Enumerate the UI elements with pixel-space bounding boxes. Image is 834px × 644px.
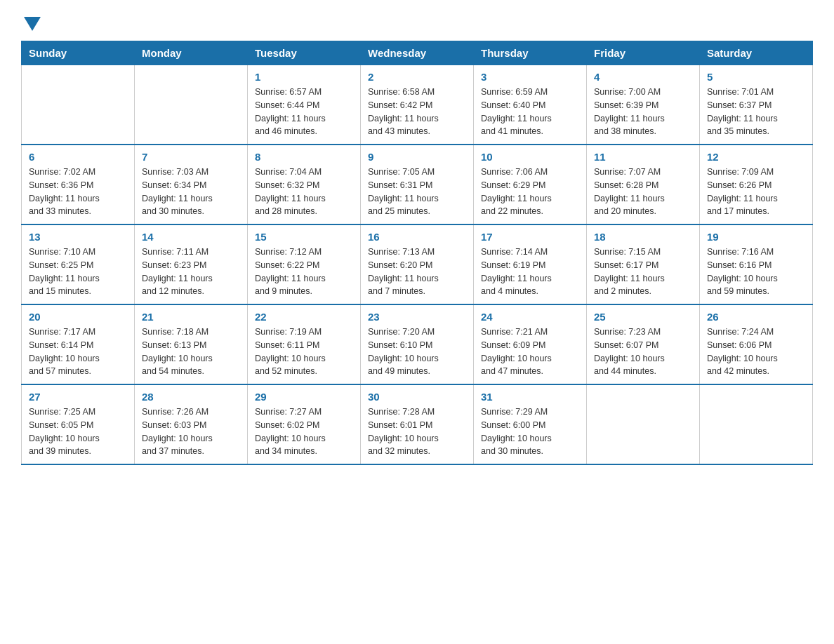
calendar-cell: 24Sunrise: 7:21 AMSunset: 6:09 PMDayligh… <box>474 304 587 384</box>
day-number: 22 <box>255 311 353 323</box>
day-number: 12 <box>707 151 805 163</box>
day-number: 6 <box>29 151 127 163</box>
day-info: Sunrise: 7:24 AMSunset: 6:06 PMDaylight:… <box>707 326 805 378</box>
calendar-cell: 8Sunrise: 7:04 AMSunset: 6:32 PMDaylight… <box>248 145 361 224</box>
day-number: 29 <box>255 391 353 403</box>
day-info: Sunrise: 7:15 AMSunset: 6:17 PMDaylight:… <box>594 246 692 298</box>
day-info: Sunrise: 7:27 AMSunset: 6:02 PMDaylight:… <box>255 405 353 458</box>
day-info: Sunrise: 7:13 AMSunset: 6:20 PMDaylight:… <box>368 246 466 298</box>
calendar-week-row: 20Sunrise: 7:17 AMSunset: 6:14 PMDayligh… <box>22 304 813 384</box>
calendar-week-row: 27Sunrise: 7:25 AMSunset: 6:05 PMDayligh… <box>22 384 813 464</box>
day-number: 16 <box>368 231 466 243</box>
day-info: Sunrise: 7:25 AMSunset: 6:05 PMDaylight:… <box>29 405 127 458</box>
calendar-cell: 9Sunrise: 7:05 AMSunset: 6:31 PMDaylight… <box>361 145 474 224</box>
day-number: 9 <box>368 151 466 163</box>
day-number: 31 <box>481 391 579 403</box>
day-info: Sunrise: 7:28 AMSunset: 6:01 PMDaylight:… <box>368 405 466 458</box>
day-info: Sunrise: 6:59 AMSunset: 6:40 PMDaylight:… <box>481 86 579 138</box>
day-info: Sunrise: 7:07 AMSunset: 6:28 PMDaylight:… <box>594 166 692 218</box>
calendar-cell: 1Sunrise: 6:57 AMSunset: 6:44 PMDaylight… <box>248 65 361 145</box>
day-info: Sunrise: 7:23 AMSunset: 6:07 PMDaylight:… <box>594 326 692 378</box>
day-number: 7 <box>142 151 240 163</box>
day-info: Sunrise: 7:21 AMSunset: 6:09 PMDaylight:… <box>481 326 579 378</box>
day-number: 1 <box>255 71 353 83</box>
calendar-cell: 27Sunrise: 7:25 AMSunset: 6:05 PMDayligh… <box>22 384 135 464</box>
logo-triangle-icon <box>24 17 41 31</box>
column-header-saturday: Saturday <box>700 41 813 65</box>
day-info: Sunrise: 7:05 AMSunset: 6:31 PMDaylight:… <box>368 166 466 218</box>
day-number: 26 <box>707 311 805 323</box>
day-number: 18 <box>594 231 692 243</box>
calendar-cell: 2Sunrise: 6:58 AMSunset: 6:42 PMDaylight… <box>361 65 474 145</box>
calendar-cell: 23Sunrise: 7:20 AMSunset: 6:10 PMDayligh… <box>361 304 474 384</box>
calendar-cell: 11Sunrise: 7:07 AMSunset: 6:28 PMDayligh… <box>587 145 700 224</box>
calendar-cell: 6Sunrise: 7:02 AMSunset: 6:36 PMDaylight… <box>22 145 135 224</box>
day-info: Sunrise: 7:20 AMSunset: 6:10 PMDaylight:… <box>368 326 466 378</box>
calendar-cell: 30Sunrise: 7:28 AMSunset: 6:01 PMDayligh… <box>361 384 474 464</box>
column-header-tuesday: Tuesday <box>248 41 361 65</box>
calendar-week-row: 6Sunrise: 7:02 AMSunset: 6:36 PMDaylight… <box>22 145 813 224</box>
calendar-cell: 22Sunrise: 7:19 AMSunset: 6:11 PMDayligh… <box>248 304 361 384</box>
day-info: Sunrise: 7:26 AMSunset: 6:03 PMDaylight:… <box>142 405 240 458</box>
calendar-cell: 20Sunrise: 7:17 AMSunset: 6:14 PMDayligh… <box>22 304 135 384</box>
day-number: 15 <box>255 231 353 243</box>
page-header <box>21 14 813 28</box>
day-number: 27 <box>29 391 127 403</box>
column-header-friday: Friday <box>587 41 700 65</box>
calendar-cell: 18Sunrise: 7:15 AMSunset: 6:17 PMDayligh… <box>587 224 700 304</box>
day-info: Sunrise: 7:12 AMSunset: 6:22 PMDaylight:… <box>255 246 353 298</box>
day-number: 4 <box>594 71 692 83</box>
day-info: Sunrise: 7:01 AMSunset: 6:37 PMDaylight:… <box>707 86 805 138</box>
calendar-header-row: SundayMondayTuesdayWednesdayThursdayFrid… <box>22 41 813 65</box>
calendar-cell: 12Sunrise: 7:09 AMSunset: 6:26 PMDayligh… <box>700 145 813 224</box>
calendar-table: SundayMondayTuesdayWednesdayThursdayFrid… <box>21 41 813 465</box>
calendar-cell: 19Sunrise: 7:16 AMSunset: 6:16 PMDayligh… <box>700 224 813 304</box>
day-number: 13 <box>29 231 127 243</box>
calendar-cell: 25Sunrise: 7:23 AMSunset: 6:07 PMDayligh… <box>587 304 700 384</box>
calendar-cell: 28Sunrise: 7:26 AMSunset: 6:03 PMDayligh… <box>135 384 248 464</box>
calendar-cell: 10Sunrise: 7:06 AMSunset: 6:29 PMDayligh… <box>474 145 587 224</box>
calendar-cell: 3Sunrise: 6:59 AMSunset: 6:40 PMDaylight… <box>474 65 587 145</box>
day-number: 3 <box>481 71 579 83</box>
day-info: Sunrise: 7:09 AMSunset: 6:26 PMDaylight:… <box>707 166 805 218</box>
day-info: Sunrise: 7:10 AMSunset: 6:25 PMDaylight:… <box>29 246 127 298</box>
day-number: 24 <box>481 311 579 323</box>
calendar-cell: 5Sunrise: 7:01 AMSunset: 6:37 PMDaylight… <box>700 65 813 145</box>
calendar-cell <box>700 384 813 464</box>
day-info: Sunrise: 7:14 AMSunset: 6:19 PMDaylight:… <box>481 246 579 298</box>
calendar-cell <box>135 65 248 145</box>
day-number: 14 <box>142 231 240 243</box>
day-number: 25 <box>594 311 692 323</box>
day-number: 2 <box>368 71 466 83</box>
day-info: Sunrise: 6:57 AMSunset: 6:44 PMDaylight:… <box>255 86 353 138</box>
day-number: 5 <box>707 71 805 83</box>
day-info: Sunrise: 7:03 AMSunset: 6:34 PMDaylight:… <box>142 166 240 218</box>
day-number: 23 <box>368 311 466 323</box>
day-number: 19 <box>707 231 805 243</box>
day-info: Sunrise: 6:58 AMSunset: 6:42 PMDaylight:… <box>368 86 466 138</box>
day-info: Sunrise: 7:18 AMSunset: 6:13 PMDaylight:… <box>142 326 240 378</box>
day-number: 20 <box>29 311 127 323</box>
calendar-cell: 4Sunrise: 7:00 AMSunset: 6:39 PMDaylight… <box>587 65 700 145</box>
column-header-monday: Monday <box>135 41 248 65</box>
calendar-cell: 7Sunrise: 7:03 AMSunset: 6:34 PMDaylight… <box>135 145 248 224</box>
day-info: Sunrise: 7:11 AMSunset: 6:23 PMDaylight:… <box>142 246 240 298</box>
day-info: Sunrise: 7:19 AMSunset: 6:11 PMDaylight:… <box>255 326 353 378</box>
calendar-cell: 31Sunrise: 7:29 AMSunset: 6:00 PMDayligh… <box>474 384 587 464</box>
calendar-cell: 26Sunrise: 7:24 AMSunset: 6:06 PMDayligh… <box>700 304 813 384</box>
logo <box>21 14 41 28</box>
calendar-week-row: 13Sunrise: 7:10 AMSunset: 6:25 PMDayligh… <box>22 224 813 304</box>
calendar-cell: 15Sunrise: 7:12 AMSunset: 6:22 PMDayligh… <box>248 224 361 304</box>
calendar-cell <box>587 384 700 464</box>
column-header-thursday: Thursday <box>474 41 587 65</box>
day-info: Sunrise: 7:02 AMSunset: 6:36 PMDaylight:… <box>29 166 127 218</box>
day-number: 8 <box>255 151 353 163</box>
day-number: 11 <box>594 151 692 163</box>
column-header-sunday: Sunday <box>22 41 135 65</box>
calendar-week-row: 1Sunrise: 6:57 AMSunset: 6:44 PMDaylight… <box>22 65 813 145</box>
calendar-cell: 16Sunrise: 7:13 AMSunset: 6:20 PMDayligh… <box>361 224 474 304</box>
calendar-cell: 17Sunrise: 7:14 AMSunset: 6:19 PMDayligh… <box>474 224 587 304</box>
day-info: Sunrise: 7:17 AMSunset: 6:14 PMDaylight:… <box>29 326 127 378</box>
calendar-cell: 13Sunrise: 7:10 AMSunset: 6:25 PMDayligh… <box>22 224 135 304</box>
day-number: 30 <box>368 391 466 403</box>
